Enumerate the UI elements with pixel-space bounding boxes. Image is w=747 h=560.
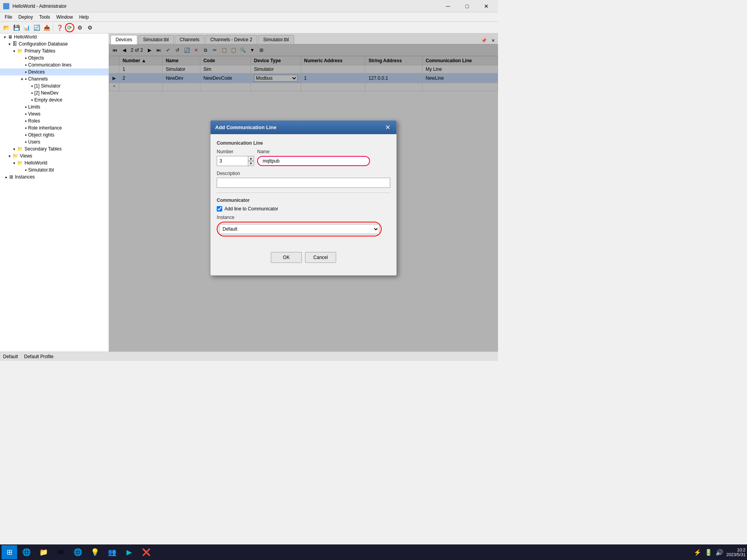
tabs-right: 📌 ✕ [480,37,496,44]
folder-icon: 📁 [17,48,23,54]
main-layout: ▾ 🖥 HelloWorld ▾ 🗄 Configuration Databas… [0,33,498,352]
sidebar: ▾ 🖥 HelloWorld ▾ 🗄 Configuration Databas… [0,33,109,352]
form-row-number-name: Number ▲ ▼ Name [217,149,390,171]
toolbar-export[interactable]: 📤 [42,23,51,32]
toolbar-run[interactable]: ⟳ [65,23,74,32]
status-bar: Default Default Profile [0,352,498,361]
sidebar-item-objects[interactable]: ▪ Objects [0,54,109,61]
expand-icon: ▾ [19,77,25,81]
form-group-name: Name [257,149,390,166]
configdb-label: Configuration Database [19,41,68,47]
status-right: Default Profile [24,354,53,359]
expand-icon: ▾ [11,161,17,165]
menu-bar: File Deploy Tools Window Help [0,12,498,22]
sidebar-item-empty-device[interactable]: ▪ Empty device [0,96,109,103]
dialog-overlay: Add Communication Line ✕ Communication L… [109,44,498,352]
menu-tools[interactable]: Tools [36,14,53,21]
menu-window[interactable]: Window [53,14,76,21]
add-comm-line-dialog: Add Communication Line ✕ Communication L… [210,120,397,276]
instance-label: Instance [217,215,390,220]
number-input[interactable] [217,156,248,166]
menu-deploy[interactable]: Deploy [15,14,36,21]
menu-file[interactable]: File [2,14,15,21]
db-icon: 🖥 [8,34,12,40]
sidebar-item-role-inheritance[interactable]: ▪ Role inheritance [0,124,109,131]
table-icon: ▪ [31,97,33,103]
sidebar-item-object-rights[interactable]: ▪ Object rights [0,131,109,138]
limits-label: Limits [28,104,40,110]
hw-label: HelloWorld [25,160,47,166]
sidebar-item-devices[interactable]: ▪ Devices [0,68,109,75]
window-controls: ─ □ ✕ [439,0,495,12]
minimize-button[interactable]: ─ [439,0,457,12]
menu-help[interactable]: Help [76,14,92,21]
sidebar-item-hw[interactable]: ▾ 📁 HelloWorld [0,159,109,166]
sidebar-item-roles[interactable]: ▪ Roles [0,117,109,124]
tab-simulator-tbl2[interactable]: Simulator.tbl [258,35,294,44]
form-group-description: Description [217,171,390,188]
tab-simulator-tbl[interactable]: Simulator.tbl [138,35,174,44]
sidebar-item-sim-tbl[interactable]: ▪ Simulator.tbl [0,166,109,173]
spinner-up[interactable]: ▲ [248,156,254,161]
description-label: Description [217,171,390,176]
toolbar-extra[interactable]: ⚙ [85,23,95,32]
table-icon: ▪ [31,83,33,89]
maximize-button[interactable]: □ [458,0,476,12]
spinner-down[interactable]: ▼ [248,161,254,166]
add-line-checkbox[interactable] [217,206,222,212]
sidebar-item-channels[interactable]: ▾ ▪ Channels [0,75,109,82]
toolbar-help[interactable]: ❓ [55,23,64,32]
toolbar-config[interactable]: ⚙ [75,23,84,32]
name-input[interactable] [257,156,370,166]
sidebar-item-ch-simulator[interactable]: ▪ [1] Simulator [0,82,109,89]
sidebar-item-instances[interactable]: ▸ ⊞ Instances [0,173,109,180]
toolbar-open[interactable]: 📂 [2,23,11,32]
sidebar-item-ch-newdev[interactable]: ▪ [2] NewDev [0,89,109,96]
tabs-pin[interactable]: 📌 [480,37,488,44]
sidebar-item-limits[interactable]: ▪ Limits [0,103,109,110]
toolbar-save[interactable]: 💾 [12,23,21,32]
sidebar-item-primary-tables[interactable]: ▾ 📁 Primary Tables [0,47,109,54]
cancel-button[interactable]: Cancel [305,252,336,263]
tabs-close[interactable]: ✕ [490,37,496,44]
instance-select[interactable]: Default [219,224,379,234]
sidebar-item-users[interactable]: ▪ Users [0,138,109,145]
table-icon: ▪ [25,132,26,138]
description-input[interactable] [217,178,390,188]
expand-icon: ▾ [6,154,12,158]
sidebar-item-views[interactable]: ▪ Views [0,110,109,117]
sidebar-item-configdb[interactable]: ▾ 🗄 Configuration Database [0,40,109,47]
sidebar-item-views-root[interactable]: ▾ 📁 Views [0,152,109,159]
table-icon: ▪ [25,55,26,61]
name-label: Name [257,149,390,154]
sidebar-item-secondary-tables[interactable]: ▾ 📁 Secondary Tables [0,145,109,152]
sidebar-item-commlines[interactable]: ▪ Communication lines [0,61,109,68]
title-bar: HelloWorld - Administrator ─ □ ✕ [0,0,498,12]
table-icon: ▪ [25,111,26,117]
ok-button[interactable]: OK [271,252,302,263]
tab-channels[interactable]: Channels [175,35,205,44]
checkbox-label[interactable]: Add line to Communicator [224,206,278,212]
table-icon: ▪ [25,118,26,124]
status-left: Default [3,354,18,359]
separator [53,24,53,32]
sidebar-item-helloworld[interactable]: ▾ 🖥 HelloWorld [0,33,109,40]
section-comm-line: Communication Line [217,140,390,146]
close-button[interactable]: ✕ [477,0,495,12]
channels-label: Channels [28,76,48,82]
expand-icon: ▾ [11,147,17,151]
primary-tables-label: Primary Tables [25,48,55,54]
number-label: Number [217,149,254,154]
table-icon: ▪ [25,139,26,145]
expand-icon: ▾ [2,35,8,39]
table-icon: ▪ [25,76,26,82]
toolbar-chart[interactable]: 📊 [22,23,31,32]
table-icon: ▪ [25,62,26,68]
dialog-title-bar: Add Communication Line ✕ [210,121,396,134]
views-label: Views [28,111,40,117]
tab-channels-device2[interactable]: Channels - Device 2 [205,35,257,44]
tab-devices[interactable]: Devices [110,35,137,44]
dialog-close-button[interactable]: ✕ [384,124,392,131]
commlines-label: Communication lines [28,62,71,68]
toolbar-refresh[interactable]: 🔄 [32,23,41,32]
